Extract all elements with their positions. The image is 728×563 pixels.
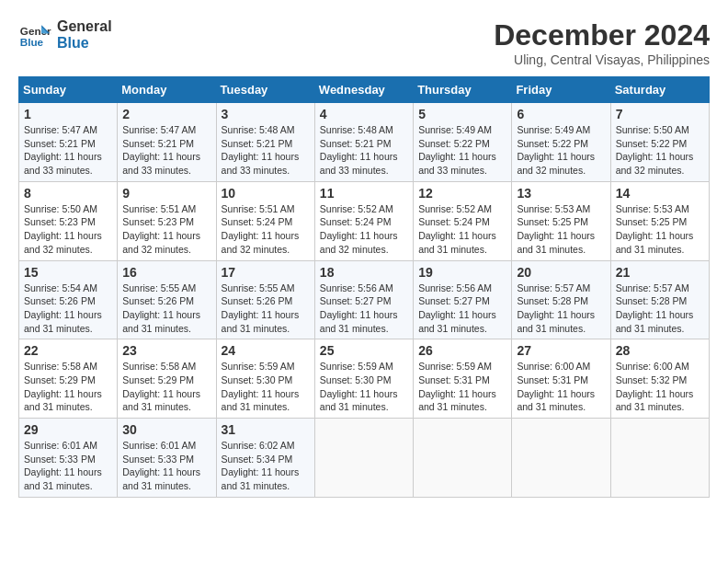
calendar-cell: 9Sunrise: 5:51 AM Sunset: 5:23 PM Daylig… bbox=[118, 181, 216, 260]
calendar-cell: 30Sunrise: 6:01 AM Sunset: 5:33 PM Dayli… bbox=[118, 419, 216, 498]
title-section: December 2024 Uling, Central Visayas, Ph… bbox=[494, 18, 710, 67]
day-info: Sunrise: 5:51 AM Sunset: 5:23 PM Dayligh… bbox=[122, 202, 210, 257]
day-info: Sunrise: 5:56 AM Sunset: 5:27 PM Dayligh… bbox=[320, 282, 408, 336]
calendar-cell: 29Sunrise: 6:01 AM Sunset: 5:33 PM Dayli… bbox=[19, 419, 118, 498]
day-info: Sunrise: 5:52 AM Sunset: 5:24 PM Dayligh… bbox=[320, 202, 408, 257]
day-info: Sunrise: 5:50 AM Sunset: 5:22 PM Dayligh… bbox=[616, 123, 704, 178]
calendar-cell: 11Sunrise: 5:52 AM Sunset: 5:24 PM Dayli… bbox=[314, 181, 413, 260]
day-number: 11 bbox=[320, 186, 408, 201]
day-info: Sunrise: 5:59 AM Sunset: 5:30 PM Dayligh… bbox=[320, 360, 408, 414]
day-info: Sunrise: 5:52 AM Sunset: 5:24 PM Dayligh… bbox=[418, 202, 506, 257]
calendar-week-row: 8Sunrise: 5:50 AM Sunset: 5:23 PM Daylig… bbox=[19, 181, 710, 260]
day-number: 26 bbox=[418, 343, 506, 358]
calendar-cell: 28Sunrise: 6:00 AM Sunset: 5:32 PM Dayli… bbox=[610, 339, 709, 419]
calendar-cell: 23Sunrise: 5:58 AM Sunset: 5:29 PM Dayli… bbox=[118, 339, 216, 419]
day-number: 31 bbox=[222, 422, 310, 437]
calendar-cell: 31Sunrise: 6:02 AM Sunset: 5:34 PM Dayli… bbox=[216, 419, 314, 498]
logo: General Blue General Blue bbox=[18, 18, 112, 52]
calendar-cell: 25Sunrise: 5:59 AM Sunset: 5:30 PM Dayli… bbox=[314, 339, 413, 419]
day-number: 13 bbox=[517, 186, 605, 201]
calendar-cell bbox=[610, 419, 709, 498]
logo-blue: Blue bbox=[57, 35, 112, 52]
column-header-friday: Friday bbox=[512, 77, 610, 103]
day-number: 10 bbox=[222, 186, 310, 201]
day-number: 2 bbox=[122, 107, 210, 121]
day-number: 28 bbox=[616, 343, 704, 358]
day-info: Sunrise: 5:57 AM Sunset: 5:28 PM Dayligh… bbox=[616, 282, 704, 336]
day-number: 27 bbox=[517, 343, 605, 358]
calendar-cell: 24Sunrise: 5:59 AM Sunset: 5:30 PM Dayli… bbox=[216, 339, 314, 419]
day-info: Sunrise: 5:53 AM Sunset: 5:25 PM Dayligh… bbox=[616, 202, 704, 257]
day-number: 1 bbox=[24, 107, 112, 121]
calendar-subtitle: Uling, Central Visayas, Philippines bbox=[494, 52, 710, 67]
day-info: Sunrise: 6:00 AM Sunset: 5:31 PM Dayligh… bbox=[517, 360, 605, 414]
day-number: 9 bbox=[122, 186, 210, 201]
calendar-cell: 6Sunrise: 5:49 AM Sunset: 5:22 PM Daylig… bbox=[512, 103, 610, 182]
calendar-week-row: 29Sunrise: 6:01 AM Sunset: 5:33 PM Dayli… bbox=[19, 419, 710, 498]
calendar-cell: 15Sunrise: 5:54 AM Sunset: 5:26 PM Dayli… bbox=[19, 260, 118, 339]
day-number: 12 bbox=[418, 186, 506, 201]
day-number: 7 bbox=[616, 107, 704, 121]
calendar-cell: 21Sunrise: 5:57 AM Sunset: 5:28 PM Dayli… bbox=[610, 260, 709, 339]
day-number: 25 bbox=[320, 343, 408, 358]
calendar-week-row: 22Sunrise: 5:58 AM Sunset: 5:29 PM Dayli… bbox=[19, 339, 710, 419]
column-header-monday: Monday bbox=[118, 77, 216, 103]
day-info: Sunrise: 6:01 AM Sunset: 5:33 PM Dayligh… bbox=[24, 439, 112, 493]
calendar-table: SundayMondayTuesdayWednesdayThursdayFrid… bbox=[18, 76, 710, 498]
calendar-cell: 26Sunrise: 5:59 AM Sunset: 5:31 PM Dayli… bbox=[414, 339, 512, 419]
column-header-tuesday: Tuesday bbox=[216, 77, 314, 103]
calendar-cell: 13Sunrise: 5:53 AM Sunset: 5:25 PM Dayli… bbox=[512, 181, 610, 260]
calendar-cell: 14Sunrise: 5:53 AM Sunset: 5:25 PM Dayli… bbox=[610, 181, 709, 260]
calendar-cell-day-1: 1Sunrise: 5:47 AM Sunset: 5:21 PM Daylig… bbox=[19, 103, 118, 182]
day-number: 16 bbox=[122, 265, 210, 280]
day-number: 3 bbox=[222, 107, 310, 121]
calendar-header-row: SundayMondayTuesdayWednesdayThursdayFrid… bbox=[19, 77, 710, 103]
column-header-sunday: Sunday bbox=[19, 77, 118, 103]
day-number: 22 bbox=[24, 343, 112, 358]
day-info: Sunrise: 5:51 AM Sunset: 5:24 PM Dayligh… bbox=[222, 202, 310, 257]
calendar-title: December 2024 bbox=[494, 18, 710, 52]
calendar-cell: 22Sunrise: 5:58 AM Sunset: 5:29 PM Dayli… bbox=[19, 339, 118, 419]
day-info: Sunrise: 6:00 AM Sunset: 5:32 PM Dayligh… bbox=[616, 360, 704, 414]
day-number: 8 bbox=[24, 186, 112, 201]
day-info: Sunrise: 6:02 AM Sunset: 5:34 PM Dayligh… bbox=[222, 439, 310, 493]
day-info: Sunrise: 5:48 AM Sunset: 5:21 PM Dayligh… bbox=[320, 123, 408, 178]
day-number: 21 bbox=[616, 265, 704, 280]
day-info: Sunrise: 5:56 AM Sunset: 5:27 PM Dayligh… bbox=[418, 282, 506, 336]
day-info: Sunrise: 5:58 AM Sunset: 5:29 PM Dayligh… bbox=[24, 360, 112, 414]
day-number: 14 bbox=[616, 186, 704, 201]
calendar-cell: 2Sunrise: 5:47 AM Sunset: 5:21 PM Daylig… bbox=[118, 103, 216, 182]
calendar-cell: 12Sunrise: 5:52 AM Sunset: 5:24 PM Dayli… bbox=[414, 181, 512, 260]
calendar-cell: 7Sunrise: 5:50 AM Sunset: 5:22 PM Daylig… bbox=[610, 103, 709, 182]
day-info: Sunrise: 5:59 AM Sunset: 5:31 PM Dayligh… bbox=[418, 360, 506, 414]
column-header-saturday: Saturday bbox=[610, 77, 709, 103]
day-number: 15 bbox=[24, 265, 112, 280]
logo-icon: General Blue bbox=[18, 18, 51, 52]
day-number: 23 bbox=[122, 343, 210, 358]
calendar-cell bbox=[414, 419, 512, 498]
calendar-cell: 4Sunrise: 5:48 AM Sunset: 5:21 PM Daylig… bbox=[314, 103, 413, 182]
calendar-cell: 10Sunrise: 5:51 AM Sunset: 5:24 PM Dayli… bbox=[216, 181, 314, 260]
calendar-cell: 19Sunrise: 5:56 AM Sunset: 5:27 PM Dayli… bbox=[414, 260, 512, 339]
day-info: Sunrise: 5:48 AM Sunset: 5:21 PM Dayligh… bbox=[222, 123, 310, 178]
day-number: 20 bbox=[517, 265, 605, 280]
day-info: Sunrise: 5:54 AM Sunset: 5:26 PM Dayligh… bbox=[24, 282, 112, 336]
day-info: Sunrise: 5:57 AM Sunset: 5:28 PM Dayligh… bbox=[517, 282, 605, 336]
day-number: 18 bbox=[320, 265, 408, 280]
day-number: 5 bbox=[418, 107, 506, 121]
page-header: General Blue General Blue December 2024 … bbox=[18, 18, 710, 67]
calendar-cell: 3Sunrise: 5:48 AM Sunset: 5:21 PM Daylig… bbox=[216, 103, 314, 182]
day-info: Sunrise: 5:50 AM Sunset: 5:23 PM Dayligh… bbox=[24, 202, 112, 257]
day-info: Sunrise: 6:01 AM Sunset: 5:33 PM Dayligh… bbox=[122, 439, 210, 493]
day-info: Sunrise: 5:49 AM Sunset: 5:22 PM Dayligh… bbox=[517, 123, 605, 178]
day-number: 30 bbox=[122, 422, 210, 437]
calendar-cell: 8Sunrise: 5:50 AM Sunset: 5:23 PM Daylig… bbox=[19, 181, 118, 260]
calendar-cell: 27Sunrise: 6:00 AM Sunset: 5:31 PM Dayli… bbox=[512, 339, 610, 419]
day-number: 24 bbox=[222, 343, 310, 358]
day-info: Sunrise: 5:53 AM Sunset: 5:25 PM Dayligh… bbox=[517, 202, 605, 257]
calendar-cell: 18Sunrise: 5:56 AM Sunset: 5:27 PM Dayli… bbox=[314, 260, 413, 339]
day-number: 29 bbox=[24, 422, 112, 437]
calendar-cell: 17Sunrise: 5:55 AM Sunset: 5:26 PM Dayli… bbox=[216, 260, 314, 339]
calendar-week-row: 15Sunrise: 5:54 AM Sunset: 5:26 PM Dayli… bbox=[19, 260, 710, 339]
calendar-week-row: 1Sunrise: 5:47 AM Sunset: 5:21 PM Daylig… bbox=[19, 103, 710, 182]
